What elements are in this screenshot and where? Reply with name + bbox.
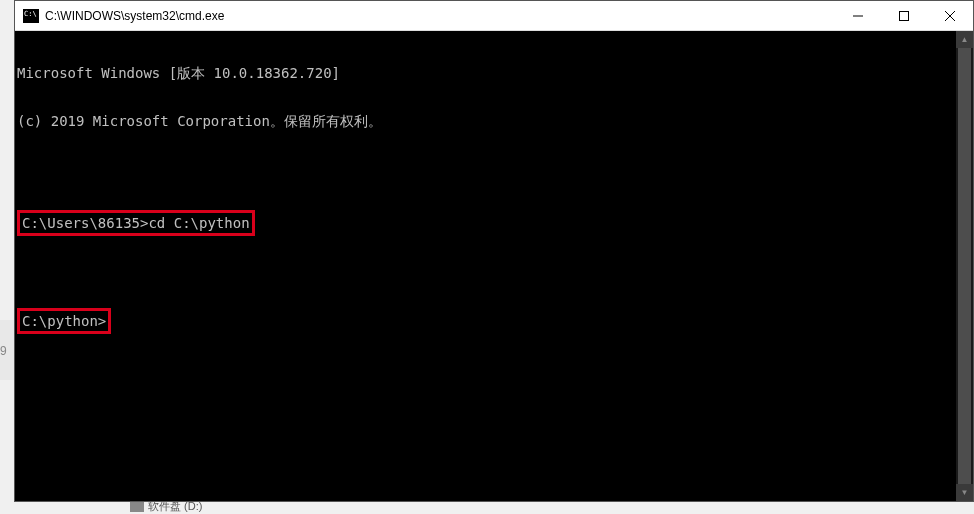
- chevron-down-icon: ▼: [961, 488, 969, 497]
- minimize-button[interactable]: [835, 1, 881, 30]
- scroll-track[interactable]: [956, 48, 973, 484]
- scroll-down-button[interactable]: ▼: [956, 484, 973, 501]
- header-line-2: (c) 2019 Microsoft Corporation。保留所有权利。: [15, 113, 973, 129]
- cmd-window: C:\WINDOWS\system32\cmd.exe Microsoft Wi…: [14, 0, 974, 502]
- cmd-icon: [23, 9, 39, 23]
- vertical-scrollbar[interactable]: ▲ ▼: [956, 31, 973, 501]
- window-title: C:\WINDOWS\system32\cmd.exe: [45, 9, 835, 23]
- header-line-1: Microsoft Windows [版本 10.0.18362.720]: [15, 65, 973, 81]
- window-controls: [835, 1, 973, 30]
- maximize-button[interactable]: [881, 1, 927, 30]
- minimize-icon: [853, 11, 863, 21]
- close-icon: [945, 11, 955, 21]
- highlight-annotation-1: C:\Users\86135>cd C:\python: [17, 210, 255, 236]
- scroll-up-button[interactable]: ▲: [956, 31, 973, 48]
- chevron-up-icon: ▲: [961, 35, 969, 44]
- desktop-background-text: 9: [0, 344, 7, 358]
- command-1: cd C:\python: [148, 215, 249, 231]
- terminal-area[interactable]: Microsoft Windows [版本 10.0.18362.720] (c…: [15, 31, 973, 501]
- titlebar[interactable]: C:\WINDOWS\system32\cmd.exe: [15, 1, 973, 31]
- svg-rect-1: [900, 11, 909, 20]
- drive-icon: [130, 502, 144, 512]
- command-line-2: C:\python>: [15, 307, 973, 335]
- prompt-1: C:\Users\86135>: [22, 215, 148, 231]
- prompt-2: C:\python>: [22, 313, 106, 329]
- scroll-thumb[interactable]: [958, 48, 971, 484]
- close-button[interactable]: [927, 1, 973, 30]
- command-line-1: C:\Users\86135>cd C:\python: [15, 209, 973, 237]
- highlight-annotation-2: C:\python>: [17, 308, 111, 334]
- maximize-icon: [899, 11, 909, 21]
